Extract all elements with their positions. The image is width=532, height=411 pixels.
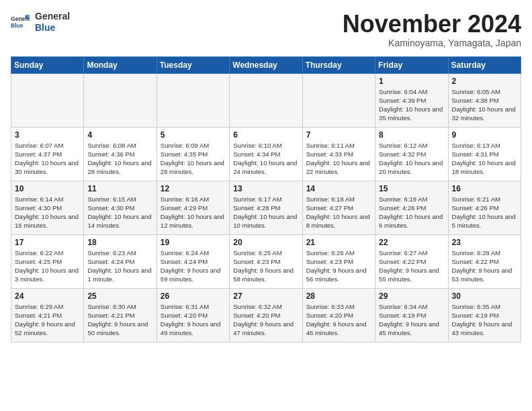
header-row: SundayMondayTuesdayWednesdayThursdayFrid… [11,56,521,73]
day-info: Sunrise: 6:35 AMSunset: 4:19 PMDaylight:… [452,302,517,338]
week-row-1: 1Sunrise: 6:04 AMSunset: 4:39 PMDaylight… [11,73,521,127]
calendar-cell: 29Sunrise: 6:34 AMSunset: 4:19 PMDayligh… [375,288,448,342]
day-info: Sunrise: 6:05 AMSunset: 4:38 PMDaylight:… [452,87,517,123]
day-info: Sunrise: 6:25 AMSunset: 4:23 PMDaylight:… [233,248,298,284]
calendar-cell: 22Sunrise: 6:27 AMSunset: 4:22 PMDayligh… [375,234,448,288]
calendar-cell: 27Sunrise: 6:32 AMSunset: 4:20 PMDayligh… [230,288,302,342]
day-info: Sunrise: 6:33 AMSunset: 4:20 PMDaylight:… [306,302,371,338]
day-info: Sunrise: 6:10 AMSunset: 4:34 PMDaylight:… [233,141,298,177]
day-info: Sunrise: 6:27 AMSunset: 4:22 PMDaylight:… [379,248,444,284]
calendar-cell: 4Sunrise: 6:08 AMSunset: 4:36 PMDaylight… [84,127,157,181]
day-number: 4 [87,130,152,140]
day-info: Sunrise: 6:04 AMSunset: 4:39 PMDaylight:… [379,87,444,123]
day-info: Sunrise: 6:11 AMSunset: 4:33 PMDaylight:… [306,141,371,177]
day-info: Sunrise: 6:29 AMSunset: 4:21 PMDaylight:… [15,302,80,338]
calendar-cell: 16Sunrise: 6:21 AMSunset: 4:26 PMDayligh… [448,181,521,234]
logo-blue-text: Blue [35,22,70,34]
calendar-cell: 12Sunrise: 6:16 AMSunset: 4:29 PMDayligh… [157,181,229,234]
calendar-cell [302,73,375,127]
calendar-cell: 21Sunrise: 6:26 AMSunset: 4:23 PMDayligh… [302,234,375,288]
day-info: Sunrise: 6:13 AMSunset: 4:31 PMDaylight:… [452,141,517,177]
day-number: 30 [452,291,517,301]
location-subtitle: Kaminoyama, Yamagata, Japan [343,38,521,48]
calendar-body: 1Sunrise: 6:04 AMSunset: 4:39 PMDaylight… [11,73,521,342]
day-info: Sunrise: 6:32 AMSunset: 4:20 PMDaylight:… [233,302,298,338]
day-info: Sunrise: 6:30 AMSunset: 4:21 PMDaylight:… [87,302,152,338]
column-header-friday: Friday [375,56,448,73]
day-number: 10 [15,184,80,193]
day-info: Sunrise: 6:07 AMSunset: 4:37 PMDaylight:… [15,141,80,177]
calendar-cell [84,73,157,127]
day-number: 24 [15,291,80,301]
day-info: Sunrise: 6:22 AMSunset: 4:25 PMDaylight:… [15,248,80,284]
column-header-wednesday: Wednesday [230,56,302,73]
day-info: Sunrise: 6:12 AMSunset: 4:32 PMDaylight:… [379,141,444,177]
page-header: General Blue General Blue November 2024 … [11,11,521,48]
calendar-cell: 28Sunrise: 6:33 AMSunset: 4:20 PMDayligh… [302,288,375,342]
title-block: November 2024 Kaminoyama, Yamagata, Japa… [343,11,521,48]
day-number: 5 [161,130,226,140]
calendar-header: SundayMondayTuesdayWednesdayThursdayFrid… [11,56,521,73]
calendar-cell [11,73,84,127]
day-number: 19 [161,238,226,247]
week-row-2: 3Sunrise: 6:07 AMSunset: 4:37 PMDaylight… [11,127,521,181]
day-info: Sunrise: 6:28 AMSunset: 4:22 PMDaylight:… [452,248,517,284]
day-number: 9 [452,130,517,140]
day-number: 17 [15,238,80,247]
day-info: Sunrise: 6:31 AMSunset: 4:20 PMDaylight:… [161,302,226,338]
calendar-cell: 10Sunrise: 6:14 AMSunset: 4:30 PMDayligh… [11,181,84,234]
logo-general-text: General [35,11,70,22]
day-number: 26 [161,291,226,301]
calendar-table: SundayMondayTuesdayWednesdayThursdayFrid… [11,56,521,342]
day-number: 23 [452,238,517,247]
calendar-cell [157,73,229,127]
logo: General Blue General Blue [11,11,70,34]
column-header-tuesday: Tuesday [157,56,229,73]
calendar-cell: 17Sunrise: 6:22 AMSunset: 4:25 PMDayligh… [11,234,84,288]
calendar-cell: 26Sunrise: 6:31 AMSunset: 4:20 PMDayligh… [157,288,229,342]
day-info: Sunrise: 6:14 AMSunset: 4:30 PMDaylight:… [15,195,80,230]
column-header-saturday: Saturday [448,56,521,73]
day-number: 15 [379,184,444,193]
calendar-cell: 25Sunrise: 6:30 AMSunset: 4:21 PMDayligh… [84,288,157,342]
day-info: Sunrise: 6:19 AMSunset: 4:26 PMDaylight:… [379,195,444,230]
column-header-monday: Monday [84,56,157,73]
calendar-cell: 6Sunrise: 6:10 AMSunset: 4:34 PMDaylight… [230,127,302,181]
calendar-cell: 3Sunrise: 6:07 AMSunset: 4:37 PMDaylight… [11,127,84,181]
day-number: 18 [87,238,152,247]
calendar-cell: 2Sunrise: 6:05 AMSunset: 4:38 PMDaylight… [448,73,521,127]
day-info: Sunrise: 6:15 AMSunset: 4:30 PMDaylight:… [87,195,152,230]
day-number: 11 [87,184,152,193]
day-number: 20 [233,238,298,247]
calendar-cell: 18Sunrise: 6:23 AMSunset: 4:24 PMDayligh… [84,234,157,288]
calendar-cell: 30Sunrise: 6:35 AMSunset: 4:19 PMDayligh… [448,288,521,342]
svg-text:Blue: Blue [11,22,24,29]
day-number: 8 [379,130,444,140]
day-number: 29 [379,291,444,301]
day-info: Sunrise: 6:08 AMSunset: 4:36 PMDaylight:… [87,141,152,177]
day-number: 21 [306,238,371,247]
day-number: 13 [233,184,298,193]
day-info: Sunrise: 6:17 AMSunset: 4:28 PMDaylight:… [233,195,298,230]
calendar-cell: 9Sunrise: 6:13 AMSunset: 4:31 PMDaylight… [448,127,521,181]
calendar-cell [230,73,302,127]
calendar-cell: 23Sunrise: 6:28 AMSunset: 4:22 PMDayligh… [448,234,521,288]
month-title: November 2024 [343,11,521,38]
day-number: 27 [233,291,298,301]
day-number: 14 [306,184,371,193]
column-header-thursday: Thursday [302,56,375,73]
day-info: Sunrise: 6:09 AMSunset: 4:35 PMDaylight:… [161,141,226,177]
week-row-5: 24Sunrise: 6:29 AMSunset: 4:21 PMDayligh… [11,288,521,342]
day-number: 2 [452,77,517,86]
calendar-cell: 24Sunrise: 6:29 AMSunset: 4:21 PMDayligh… [11,288,84,342]
column-header-sunday: Sunday [11,56,84,73]
calendar-cell: 1Sunrise: 6:04 AMSunset: 4:39 PMDaylight… [375,73,448,127]
week-row-3: 10Sunrise: 6:14 AMSunset: 4:30 PMDayligh… [11,181,521,234]
day-info: Sunrise: 6:21 AMSunset: 4:26 PMDaylight:… [452,195,517,230]
day-info: Sunrise: 6:34 AMSunset: 4:19 PMDaylight:… [379,302,444,338]
day-number: 16 [452,184,517,193]
calendar-cell: 11Sunrise: 6:15 AMSunset: 4:30 PMDayligh… [84,181,157,234]
calendar-cell: 7Sunrise: 6:11 AMSunset: 4:33 PMDaylight… [302,127,375,181]
calendar-cell: 19Sunrise: 6:24 AMSunset: 4:24 PMDayligh… [157,234,229,288]
day-number: 7 [306,130,371,140]
